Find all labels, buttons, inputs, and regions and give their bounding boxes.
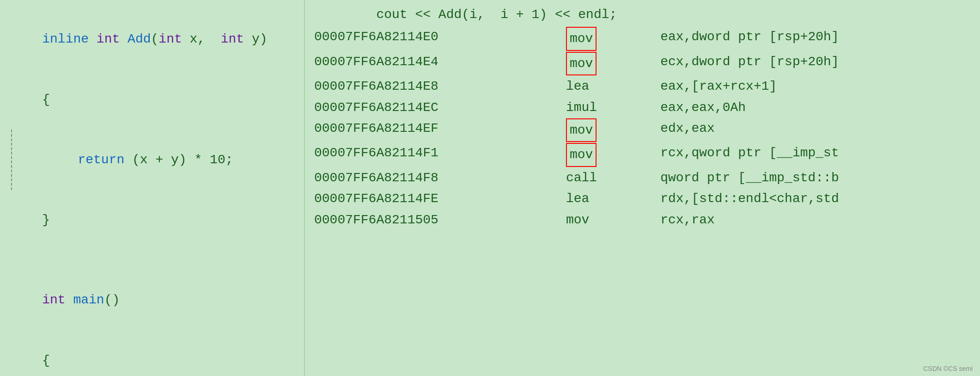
asm-mnemonic: mov — [566, 51, 660, 76]
asm-operand: qword ptr [__imp_std::b — [660, 167, 971, 188]
asm-mnemonic: mov — [566, 210, 660, 230]
asm-operand: eax,dword ptr [rsp+20h] — [660, 26, 971, 51]
asm-mnemonic-highlighted: mov — [566, 118, 597, 142]
asm-operand: rdx,[std::endl<char,std — [660, 188, 971, 209]
asm-mnemonic: lea — [566, 188, 660, 209]
code-line-2: { — [11, 69, 293, 129]
asm-row: 00007FF6A82114EFmovedx,eax — [314, 118, 971, 142]
asm-mnemonic-highlighted: mov — [566, 52, 597, 75]
asm-row: 00007FF6A82114FEleardx,[std::endl<char,s… — [314, 188, 971, 209]
code-line-1: inline int Add(int x, int y) — [11, 9, 293, 69]
code-line-5: int main() — [11, 270, 293, 330]
asm-row: 00007FF6A82114F8callqword ptr [__imp_std… — [314, 167, 971, 188]
asm-row: 00007FF6A82114F1movrcx,qword ptr [__imp_… — [314, 142, 971, 167]
asm-addr: 00007FF6A82114FE — [314, 188, 566, 209]
asm-addr: 00007FF6A82114F8 — [314, 167, 566, 188]
asm-row: 00007FF6A8211505movrcx,rax — [314, 210, 971, 230]
asm-mnemonic: mov — [566, 118, 660, 142]
asm-table: 00007FF6A82114E0moveax,dword ptr [rsp+20… — [314, 26, 971, 230]
asm-operand: ecx,dword ptr [rsp+20h] — [660, 51, 971, 76]
asm-row: 00007FF6A82114E4movecx,dword ptr [rsp+20… — [314, 51, 971, 76]
keyword-inline: inline — [42, 32, 89, 46]
asm-addr: 00007FF6A82114E0 — [314, 26, 566, 51]
asm-header: cout << Add(i, i + 1) << endl; — [314, 5, 971, 25]
asm-mnemonic: lea — [566, 76, 660, 97]
code-line-blank1 — [11, 250, 293, 270]
asm-mnemonic-highlighted: mov — [566, 143, 597, 166]
code-line-4: } — [11, 190, 293, 250]
asm-mnemonic: imul — [566, 97, 660, 118]
asm-operand: eax,[rax+rcx+1] — [660, 76, 971, 97]
asm-row: 00007FF6A82114E0moveax,dword ptr [rsp+20… — [314, 26, 971, 51]
left-panel: inline int Add(int x, int y) { return (x… — [0, 0, 305, 376]
func-name-add: Add — [128, 32, 151, 46]
asm-addr: 00007FF6A8211505 — [314, 210, 566, 230]
asm-mnemonic: call — [566, 167, 660, 188]
asm-operand: rcx,qword ptr [__imp_st — [660, 142, 971, 167]
keyword-int: int — [97, 32, 120, 46]
asm-row: 00007FF6A82114ECimuleax,eax,0Ah — [314, 97, 971, 118]
asm-addr: 00007FF6A82114E4 — [314, 51, 566, 76]
right-panel: cout << Add(i, i + 1) << endl; 00007FF6A… — [305, 0, 980, 376]
asm-addr: 00007FF6A82114EF — [314, 118, 566, 142]
asm-addr: 00007FF6A82114E8 — [314, 76, 566, 97]
asm-mnemonic-highlighted: mov — [566, 27, 597, 50]
asm-addr: 00007FF6A82114F1 — [314, 142, 566, 167]
code-line-6: { — [11, 330, 293, 376]
asm-operand: eax,eax,0Ah — [660, 97, 971, 118]
asm-operand: rcx,rax — [660, 210, 971, 230]
asm-operand: edx,eax — [660, 118, 971, 142]
asm-mnemonic: mov — [566, 26, 660, 51]
watermark: CSDN ©CS semi — [923, 365, 973, 372]
asm-row: 00007FF6A82114E8leaeax,[rax+rcx+1] — [314, 76, 971, 97]
code-line-3: return (x + y) * 10; — [11, 129, 293, 190]
asm-mnemonic: mov — [566, 142, 660, 167]
asm-addr: 00007FF6A82114EC — [314, 97, 566, 118]
